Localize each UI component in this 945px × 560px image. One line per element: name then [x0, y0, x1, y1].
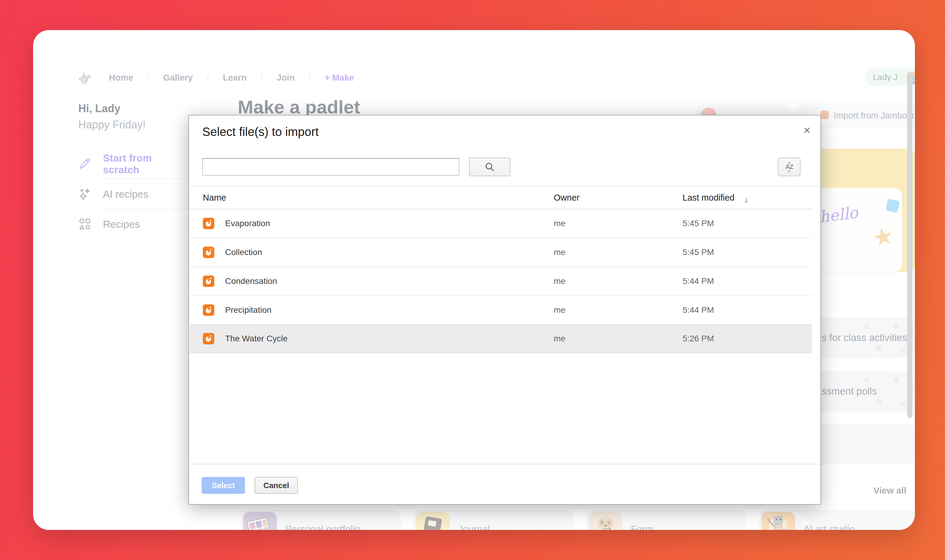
file-row[interactable]: Condensation me 5:44 PM — [190, 267, 812, 296]
file-modified: 5:45 PM — [683, 218, 812, 228]
search-input[interactable] — [202, 158, 459, 175]
close-icon[interactable]: ✕ — [803, 125, 811, 135]
column-header-owner[interactable]: Owner — [554, 193, 683, 203]
file-row-selected[interactable]: The Water Cycle me 5:26 PM — [190, 324, 812, 353]
jamboard-file-icon — [203, 218, 214, 229]
jamboard-file-icon — [203, 247, 214, 258]
file-row[interactable]: Precipitation me 5:44 PM — [190, 296, 812, 325]
file-owner: me — [554, 248, 683, 257]
file-modified: 5:26 PM — [683, 334, 812, 343]
search-icon — [484, 162, 495, 172]
file-owner: me — [554, 218, 683, 228]
file-owner: me — [554, 276, 683, 286]
sort-button[interactable]: ▲ AZ ▼ — [778, 158, 800, 176]
file-modified: 5:45 PM — [683, 248, 812, 257]
file-name: Condensation — [225, 276, 277, 286]
file-list: Name Owner Last modified↓ Evaporation me… — [190, 186, 812, 353]
sort-desc-arrow-icon: ↓ — [744, 194, 749, 204]
dialog-title: Select file(s) to import — [202, 125, 319, 138]
app-window: Home/ Gallery/ Learn/ Join/ + Make Lady … — [33, 30, 915, 530]
file-row[interactable]: Collection me 5:45 PM — [190, 238, 812, 267]
search-button[interactable] — [469, 158, 510, 176]
screen: Home/ Gallery/ Learn/ Join/ + Make Lady … — [0, 0, 945, 560]
file-picker-dialog: Select file(s) to import ✕ ▲ AZ ▼ Name O… — [188, 115, 821, 505]
select-button[interactable]: Select — [202, 477, 245, 494]
dialog-footer: Select Cancel — [189, 464, 820, 505]
file-name: Precipitation — [225, 305, 271, 315]
jamboard-file-icon — [203, 275, 214, 287]
file-owner: me — [554, 334, 683, 343]
file-name: Collection — [225, 248, 262, 257]
file-modified: 5:44 PM — [683, 276, 812, 286]
column-header-name[interactable]: Name — [190, 193, 554, 203]
file-list-header: Name Owner Last modified↓ — [190, 186, 812, 209]
jamboard-file-icon — [203, 333, 214, 345]
file-row[interactable]: Evaporation me 5:45 PM — [190, 209, 812, 238]
file-modified: 5:44 PM — [683, 305, 812, 315]
cancel-button[interactable]: Cancel — [254, 477, 298, 494]
file-name: The Water Cycle — [225, 334, 287, 343]
file-owner: me — [554, 305, 683, 315]
sort-down-icon: ▼ — [787, 170, 791, 173]
column-header-last-modified[interactable]: Last modified↓ — [683, 192, 812, 203]
file-name: Evaporation — [225, 218, 270, 228]
jamboard-file-icon — [203, 305, 214, 316]
